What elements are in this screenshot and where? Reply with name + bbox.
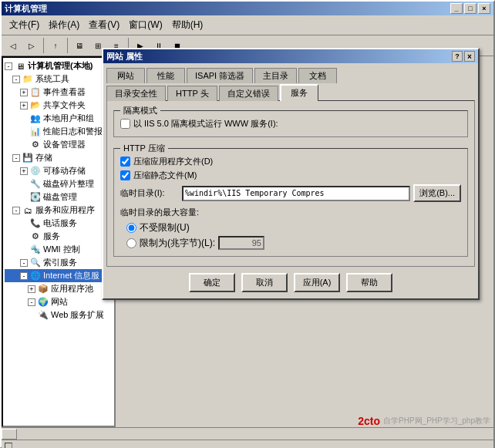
- compress-app-checkbox[interactable]: [120, 157, 130, 167]
- limit-value-input[interactable]: [218, 236, 264, 250]
- idx-icon: 🔍: [29, 258, 42, 268]
- users-icon: 👥: [29, 113, 42, 124]
- up-button[interactable]: ↑: [47, 37, 64, 54]
- tree-item-event-viewer[interactable]: + 📋 事件查看器: [5, 86, 113, 99]
- tab-isapi[interactable]: ISAPI 筛选器: [187, 68, 253, 83]
- iis5-isolation-checkbox[interactable]: [120, 119, 130, 129]
- title-bar: 计算机管理 _ □ ×: [2, 2, 493, 15]
- tree-item-perf[interactable]: 📊 性能日志和警报: [5, 125, 113, 138]
- tree-root-label: 计算机管理(本地): [28, 60, 93, 72]
- forward-button[interactable]: ▷: [23, 37, 40, 54]
- h-scrollbar[interactable]: [2, 427, 493, 440]
- minimize-button[interactable]: _: [450, 3, 463, 14]
- tab-custom-errors[interactable]: 自定义错误: [219, 86, 278, 101]
- tree-root[interactable]: - 🖥 计算机管理(本地): [5, 59, 113, 72]
- back-button[interactable]: ◁: [5, 37, 22, 54]
- dialog-help-icon[interactable]: ?: [452, 51, 463, 62]
- tree-item-defrag[interactable]: 🔧 磁盘碎片整理: [5, 177, 113, 190]
- dialog-title-buttons: ? ×: [452, 51, 475, 62]
- tree-label-services: 服务: [43, 231, 60, 242]
- storage-icon: 💾: [22, 153, 34, 163]
- help-button[interactable]: 帮助: [346, 273, 392, 292]
- removable-expand[interactable]: +: [20, 167, 28, 175]
- status-bar: [2, 440, 493, 448]
- maximize-button[interactable]: □: [464, 3, 476, 14]
- tree-panel: - 🖥 计算机管理(本地) - 📁 系统工具 + 📋 事件查看器 + 📂 共享文…: [2, 56, 116, 427]
- dialog-close-button[interactable]: ×: [464, 51, 475, 62]
- tree-item-devmgr[interactable]: ⚙ 设备管理器: [5, 138, 113, 151]
- menu-action[interactable]: 操作(A): [44, 17, 84, 33]
- tree-label-shared: 共享文件夹: [43, 99, 86, 111]
- close-button[interactable]: ×: [478, 3, 490, 14]
- show-hide-button[interactable]: 🖥: [71, 37, 88, 54]
- tree-item-index[interactable]: - 🔍 索引服务: [5, 256, 113, 269]
- dialog-buttons: 确定 取消 应用(A) 帮助: [103, 267, 478, 298]
- root-expand-icon[interactable]: -: [5, 62, 12, 70]
- max-size-label: 临时目录的最大容量:: [120, 207, 461, 218]
- svc-expand[interactable]: -: [12, 207, 20, 214]
- tree-label-event: 事件查看器: [43, 86, 86, 98]
- main-window: 计算机管理 _ □ × 文件(F) 操作(A) 查看(V) 窗口(W) 帮助(H…: [0, 0, 495, 448]
- tree-label-devmgr: 设备管理器: [43, 139, 86, 150]
- idx-expand[interactable]: -: [20, 259, 28, 267]
- tree-item-telephony[interactable]: 📞 电话服务: [5, 217, 113, 230]
- system-tools-expand[interactable]: -: [12, 76, 20, 83]
- tree-item-storage[interactable]: - 💾 存储: [5, 151, 113, 164]
- tree-label-iis: Internet 信息服: [43, 270, 99, 281]
- svc-icon: 🗂: [22, 205, 34, 216]
- tab-performance[interactable]: 性能: [146, 68, 185, 83]
- tree-item-wmi[interactable]: 🔩 WMI 控制: [5, 243, 113, 256]
- tree-item-webext[interactable]: 🔌 Web 服务扩展: [5, 308, 113, 322]
- tree-label-removable: 可移动存储: [43, 165, 86, 177]
- wmi-icon: 🔩: [29, 244, 42, 255]
- tree-item-removable[interactable]: + 💿 可移动存储: [5, 164, 113, 177]
- app-expand[interactable]: +: [28, 285, 35, 293]
- shared-expand[interactable]: +: [20, 102, 28, 109]
- tab-home-dir[interactable]: 主目录: [254, 68, 297, 83]
- tree-item-diskmgmt[interactable]: 💽 磁盘管理: [5, 190, 113, 204]
- event-expand[interactable]: +: [20, 89, 28, 96]
- app-icon: 📦: [37, 284, 49, 295]
- tree-label-perf: 性能日志和警报: [43, 126, 103, 137]
- compress-static-checkbox[interactable]: [120, 170, 130, 180]
- storage-expand[interactable]: -: [12, 154, 20, 162]
- computer-icon: 🖥: [14, 61, 26, 72]
- tree-item-iis[interactable]: - 🌐 Internet 信息服: [5, 269, 113, 282]
- tree-item-apppool[interactable]: + 📦 应用程序池: [5, 282, 113, 295]
- tree-item-shared[interactable]: + 📂 共享文件夹: [5, 99, 113, 112]
- cancel-button[interactable]: 取消: [241, 273, 288, 292]
- title-text: 计算机管理: [5, 3, 450, 15]
- menu-view[interactable]: 查看(V): [84, 17, 124, 33]
- tree-item-users[interactable]: 👥 本地用户和组: [5, 112, 113, 125]
- ok-button[interactable]: 确定: [189, 273, 235, 292]
- tree-label-diskmgmt: 磁盘管理: [43, 191, 77, 203]
- folder-icon: 📁: [22, 74, 34, 85]
- tab-website[interactable]: 网站: [106, 68, 145, 83]
- apply-button[interactable]: 应用(A): [294, 273, 341, 292]
- h-scroll-thumb[interactable]: [2, 429, 17, 440]
- tab-http-headers[interactable]: HTTP 头: [167, 86, 217, 101]
- tab-service[interactable]: 服务: [280, 84, 318, 101]
- temp-dir-label: 临时目录(I):: [120, 187, 182, 199]
- tree-item-sites[interactable]: - 🌍 网站: [5, 295, 113, 308]
- sites-expand[interactable]: -: [28, 298, 35, 306]
- tab-dir-security[interactable]: 目录安全性: [106, 86, 166, 101]
- menu-file[interactable]: 文件(F): [5, 17, 44, 33]
- tree-item-system-tools[interactable]: - 📁 系统工具: [5, 72, 113, 86]
- limit-radio[interactable]: [126, 238, 136, 248]
- iis-expand[interactable]: -: [20, 272, 28, 280]
- tree-label-tel: 电话服务: [43, 217, 77, 229]
- site-properties-dialog: 网站 属性 ? × 网站 性能 ISAPI 筛选器 主目录 文档 目录安全性 H…: [102, 48, 480, 300]
- event-icon: 📋: [29, 87, 42, 98]
- menu-help[interactable]: 帮助(H): [167, 17, 208, 33]
- unlimited-radio[interactable]: [126, 223, 136, 233]
- temp-dir-input[interactable]: [182, 186, 410, 201]
- tab-doc[interactable]: 文档: [298, 68, 337, 83]
- tab-container: 网站 性能 ISAPI 筛选器 主目录 文档 目录安全性 HTTP 头 自定义错…: [103, 63, 478, 267]
- tree-item-services[interactable]: ⚙ 服务: [5, 230, 113, 243]
- removable-icon: 💿: [29, 166, 42, 177]
- browse-button[interactable]: 浏览(B)...: [413, 184, 461, 202]
- tree-item-services-apps[interactable]: - 🗂 服务和应用程序: [5, 204, 113, 217]
- tab-content-service: 隔离模式 以 IIS 5.0 隔离模式运行 WWW 服务(I): HTTP 压缩…: [106, 100, 475, 267]
- menu-window[interactable]: 窗口(W): [124, 17, 167, 33]
